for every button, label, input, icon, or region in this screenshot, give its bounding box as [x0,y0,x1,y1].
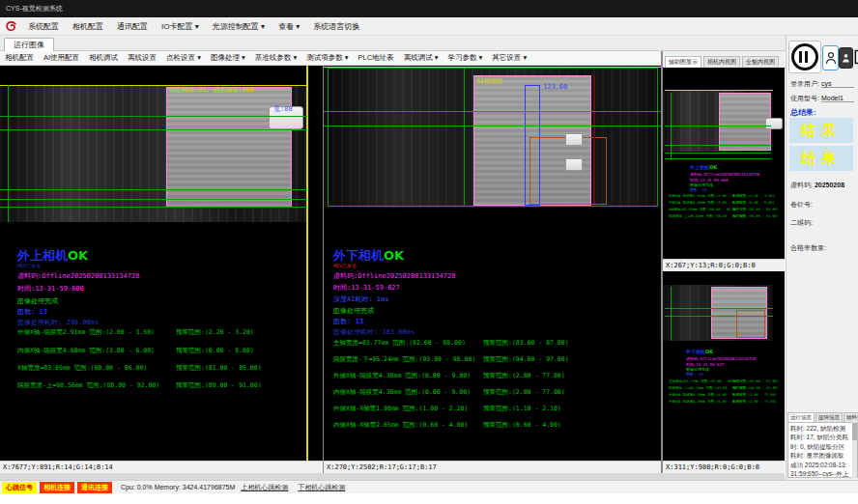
mes-status: MES已发送 [333,263,357,268]
model-field: 使用型号: Model1 [790,94,854,103]
green-measure-line [665,126,771,126]
measurement-warn: 预警范围:(2.20 - 3.20) [176,328,254,337]
tool-ai-config[interactable]: AI使用配置 [39,53,84,63]
menu-item-view[interactable]: 查看 ▾ [272,21,306,32]
pass-count-label: 合格率数量: [790,244,826,251]
measurement-row: 外侧X轴-隔膜宽4.38mm 范围:(0.00 - 9.00) 预警范围:(2.… [324,372,661,381]
workpiece-roi [719,93,771,151]
cpu-memory-status: Cpu: 0.0% Memory: 3424.41796875M [121,484,235,490]
measurement-warn: 预警范围:(83.00 - 87.00) [732,379,779,383]
measurement-warn: 预警范围:(2.00 - 77.00) [483,372,565,380]
barcode-line: 虚料码:Offline20250208133134728 [690,172,759,177]
batch-code-label: 虚料码: [790,182,813,188]
green-measure-line [665,153,771,154]
log-tab-run-info[interactable]: 运行信息 [787,412,815,422]
time-line: 时间:13-31-59-600 [17,284,84,294]
measurement-warn: 预警范围:(2.00 - 77.00) [732,393,777,397]
tab-run-image[interactable]: 运行图像 [4,38,54,51]
measurement-row: 主轴宽度=83.77mm 范围:(82.00 - 88.00) 预警范围:(83… [324,339,661,349]
tool-offline-setting[interactable]: 离线设置 [123,53,161,63]
menu-item-io-config[interactable]: IO卡配置 ▾ [155,21,206,32]
measurement-row: 内侧X轴-隔膜宽4.38mm 范围:(0.00 - 9.00) 预警范围:(2.… [663,400,785,409]
log-tab-material-info[interactable]: 物料信息 [844,412,858,422]
menu-item-system-config[interactable]: 系统配置 [21,21,66,32]
camera-link-badge: 相机连接 [40,482,74,493]
qr-label: 二维码: [790,219,813,226]
tool-offline-debug[interactable]: 离线调试 ▾ [399,53,443,63]
result-box-lower: 结果 [789,146,853,171]
tool-test-params[interactable]: 测试项参数 ▾ [301,53,353,63]
tool-learn-params[interactable]: 学习参数 ▾ [443,53,487,63]
measurement-warn: 预警范围:(94.00 - 97.00) [732,386,779,390]
menu-item-camera-config[interactable]: 相机配置 [66,21,110,32]
menu-item-language[interactable]: 系统语言切换 [306,21,366,32]
log-area[interactable]: 耗时: 222, 缺陷检测耗时: 17, 缺陷分类耗时: 0, 缺陷提取分区耗时… [787,422,858,478]
measurement-warn: 预警范围:(2.00 - 77.00) [483,388,565,397]
camera-name: 外下相机 [333,248,384,263]
heartbeat-badge: 心跳信号 [2,482,37,493]
admin-button[interactable] [839,47,853,69]
aux-tab-helper-view[interactable]: 辅助图显示 [665,56,701,68]
green-measure-line [324,126,661,126]
needle-field: 卷针号: [790,200,813,210]
width-overlay-label: 宽:88 [273,104,293,114]
user-button[interactable] [822,45,839,70]
log-tab-fault-info[interactable]: 故障信息 [815,412,843,422]
model-label: 使用型号: [790,95,819,101]
yellow-guide-line [324,67,661,68]
clip-object [765,118,783,129]
menu-item-comm-config[interactable]: 通讯配置 [110,21,155,32]
window-titlebar: CYS-视觉检测系统 [0,0,858,17]
frame-count-line: 图数: 13 [333,317,363,326]
log-scrollbar[interactable] [852,422,857,478]
tool-image-process[interactable]: 图像处理 ▾ [206,53,250,63]
aux-tab-full-view[interactable]: 全貌内视图 [742,56,779,68]
result-ok-badge: OK [705,349,713,354]
login-user-value[interactable]: cys [821,80,854,88]
ai-time-line: 深度AI耗时: 1ms [333,294,389,304]
log-scrollbar-thumb[interactable] [852,423,857,440]
tool-baseline-params[interactable]: 基准线参数 ▾ [250,53,301,63]
measurement-warn: 预警范围:(0.00 - 8.00) [732,201,775,205]
measurement-text: 隔膜宽度-上=90.56mm 范围:(88.00 - 92.00) [17,381,159,390]
needle-label: 卷针号: [790,201,813,208]
pause-button[interactable] [788,41,821,73]
tool-plc-table[interactable]: PLC地址表 [354,53,399,63]
tool-other-setting[interactable]: 其它设置 ▾ [487,53,531,63]
maroon-edge-line [593,75,595,204]
tool-camera-debug[interactable]: 相机调试 [84,53,123,63]
measurement-warn: 预警范围:(1.10 - 2.10) [483,405,561,413]
aux-view-upper[interactable]: 外上相机OK 虚料码:Offline20250208133134728 时间:1… [663,68,785,259]
camera-view-outer-upper[interactable]: 固定阈值:93, 动态阈值:100 宽:88 外上相机OK MES已发送 虚料码… [0,66,323,461]
camera-view-outer-lower[interactable]: AI检测框 123.60 外下相机OK MES已发送 虚料码:Offline20… [324,66,661,461]
measurement-warn: 预警范围:(89.00 - 91.00) [176,381,262,390]
process-time-line: 图像处理耗时: 298.00ms [17,318,99,327]
pixel-coord-bar: X:270;Y:2502;R:17;G:17;B:17 [324,461,661,473]
green-measure-line [665,316,773,317]
tool-camera-config[interactable]: 相机配置 [0,53,39,63]
total-result-label: 总结果: [790,107,816,118]
result-ok-badge: OK [384,248,404,263]
aux-view-lower[interactable]: 外下相机OK 虚料码:Offline20250208133134728 时间:1… [663,271,785,461]
frame-count-line: 图数: 13 [690,187,707,192]
menu-bar: 系统配置 相机配置 通讯配置 IO卡配置 ▾ 光源控制配置 ▾ 查看 ▾ 系统语… [0,17,858,36]
toolbar: 相机配置 AI使用配置 相机调试 离线设置 点检设置 ▾ 图像处理 ▾ 基准线参… [0,51,661,66]
menu-item-light-config[interactable]: 光源控制配置 ▾ [206,21,272,32]
green-measure-line [0,207,307,208]
model-value[interactable]: Model1 [821,95,854,102]
lower-camera-heartbeat-check[interactable]: 下相机心跳检测 [298,483,345,492]
app-logo-icon [5,20,17,33]
process-time-line: 图像处理耗时: 183.00ms [333,327,415,337]
measurement-warn: 预警范围:(0.00 - 8.00) [176,347,254,355]
page-tab-row: 运行图像 [0,36,858,51]
tool-spotcheck-setting[interactable]: 点检设置 ▾ [161,53,206,63]
measurement-text: 外侧X轴-X轴宽1.90mm 范围:(1.00 - 2.20) [333,405,468,413]
exit-button[interactable] [853,45,858,69]
process-done-line: 图像处理完成 [17,296,58,306]
measurement-text: X轴宽度=83.05mm 范围:(80.00 - 86.00) [669,208,738,211]
upper-camera-heartbeat-check[interactable]: 上相机心跳检测 [241,483,288,492]
status-bar: 心跳信号 相机连接 通讯连接 Cpu: 0.0% Memory: 3424.41… [0,480,858,493]
measurement-warn: 预警范围:(0.60 - 4.00) [483,421,561,430]
yellow-guide-line [306,66,308,461]
aux-tab-inner-camera-view[interactable]: 相机内视图 [703,56,740,68]
